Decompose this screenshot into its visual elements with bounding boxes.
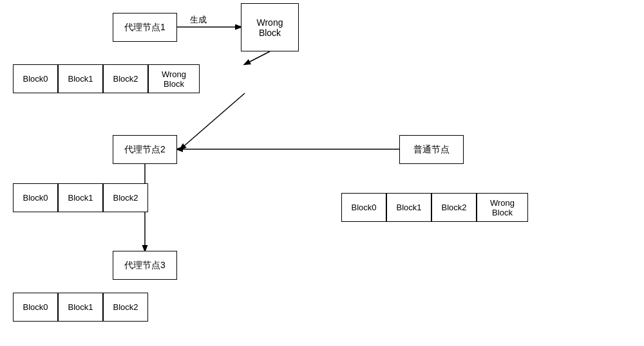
chain-4: Block0 Block1 Block2 WrongBlock — [341, 193, 528, 222]
chain4-block2: Block2 — [431, 193, 477, 222]
chain3-block2: Block2 — [103, 293, 148, 322]
diagram: 生成 代理节点1 WrongBlock Block0 Block1 Block2… — [0, 0, 644, 346]
chain2-block1: Block1 — [58, 183, 103, 212]
chain1-block2: Block2 — [103, 64, 148, 93]
chain3-block0: Block0 — [13, 293, 58, 322]
chain4-block1: Block1 — [386, 193, 431, 222]
wrong-block-1: WrongBlock — [241, 3, 299, 51]
normal-node: 普通节点 — [399, 135, 464, 164]
chain4-block0: Block0 — [341, 193, 386, 222]
generate-label: 生成 — [190, 15, 207, 24]
proxy-node-2: 代理节点2 — [113, 135, 177, 164]
chain-3: Block0 Block1 Block2 — [13, 293, 148, 322]
chain1-block1: Block1 — [58, 64, 103, 93]
chain1-block0: Block0 — [13, 64, 58, 93]
chain3-block1: Block1 — [58, 293, 103, 322]
proxy-node-3: 代理节点3 — [113, 251, 177, 280]
svg-line-1 — [245, 51, 270, 64]
svg-line-2 — [180, 93, 245, 149]
proxy-node-1: 代理节点1 — [113, 13, 177, 42]
chain-2: Block0 Block1 Block2 — [13, 183, 148, 212]
chain4-wrong-block: WrongBlock — [477, 193, 528, 222]
chain-1: Block0 Block1 Block2 WrongBlock — [13, 64, 200, 93]
chain1-wrong-block: WrongBlock — [148, 64, 200, 93]
chain2-block2: Block2 — [103, 183, 148, 212]
chain2-block0: Block0 — [13, 183, 58, 212]
